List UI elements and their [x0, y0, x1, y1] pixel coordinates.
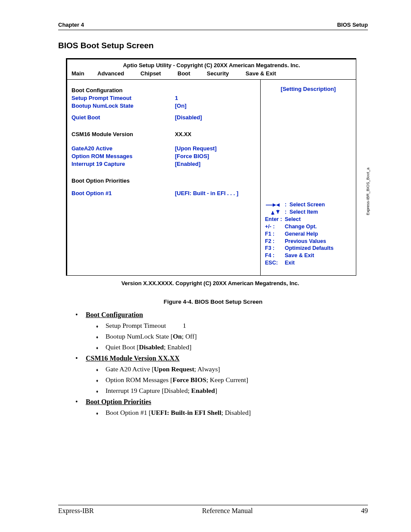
i19-label[interactable]: Interrupt 19 Capture [72, 161, 175, 167]
key-select-item: Select Item [290, 208, 318, 216]
bios-left-pane: Boot Configuration Setup Prompt Timeout1… [67, 80, 261, 275]
help-keys: : Select Screen : Select Item [265, 201, 352, 267]
tab-boot[interactable]: Boot [177, 70, 207, 77]
desc-boot-config: Boot Configuration Setup Prompt Timeout … [75, 311, 368, 351]
footer-center: Reference Manual [202, 507, 253, 515]
figure-caption: Figure 4-4. BIOS Boot Setup Screen [58, 299, 368, 305]
bios-footnote: Version X.XX.XXXX. Copyright (C) 20XX Am… [66, 280, 355, 286]
svg-marker-1 [273, 203, 276, 207]
spt-value[interactable]: 1 [175, 95, 178, 101]
key-enter: Enter : [265, 216, 285, 223]
key-f3: F3 : [265, 245, 285, 252]
bios-screenshot: Aptio Setup Utility - Copyright (C) 20XX… [66, 58, 356, 276]
bns-value[interactable]: [On] [175, 103, 187, 109]
desc-csm: CSM16 Module Version XX.XX Gate A20 Acti… [75, 355, 368, 395]
tab-main[interactable]: Main [72, 70, 97, 77]
bns-label[interactable]: Bootup NumLock State [72, 103, 175, 109]
qb-label[interactable]: Quiet Boot [72, 114, 175, 121]
tab-save-exit[interactable]: Save & Exit [246, 70, 276, 77]
qb-value[interactable]: [Disabled] [175, 114, 202, 121]
bo1-value[interactable]: [UEFI: Built - in EFI . . . ] [175, 190, 238, 196]
page-header: Chapter 4 BIOS Setup [58, 22, 368, 30]
header-right: BIOS Setup [337, 22, 368, 28]
orm-label[interactable]: Option ROM Messages [72, 153, 175, 159]
desc-qb: Quiet Boot [Disabled; Enabled] [96, 343, 368, 351]
tab-security[interactable]: Security [207, 70, 246, 77]
desc-bns: Bootup NumLock State [On; Off] [96, 333, 368, 340]
i19-value[interactable]: [Enabled] [175, 161, 200, 167]
boot-config-head: Boot Configuration [72, 87, 175, 93]
bop-head: Boot Option Priorities [72, 177, 175, 184]
bios-title: Aptio Setup Utility - Copyright (C) 20XX… [67, 59, 356, 70]
tab-chipset[interactable]: Chipset [140, 70, 177, 77]
page-footer: Express-IBR Reference Manual 49 [58, 505, 368, 515]
key-esc: ESC: [265, 259, 285, 267]
ga-label[interactable]: GateA20 Active [72, 145, 175, 152]
key-pm: +/- : [265, 223, 285, 230]
section-title: BIOS Boot Setup Screen [58, 41, 368, 50]
side-label: Express-IBR_BIOS_Boot_a [366, 168, 370, 215]
arrow-ud-icon [265, 208, 285, 216]
bo1-label[interactable]: Boot Option #1 [72, 190, 175, 196]
key-f1: F1 : [265, 230, 285, 238]
spt-label[interactable]: Setup Prompt Timeout [72, 95, 175, 101]
key-select-screen: Select Screen [290, 201, 325, 208]
footer-left: Express-IBR [58, 507, 94, 515]
orm-value[interactable]: [Force BIOS] [175, 153, 209, 159]
header-left: Chapter 4 [58, 22, 84, 28]
desc-spt: Setup Prompt Timeout 1 [96, 322, 368, 330]
csm-value: XX.XX [175, 131, 191, 137]
key-f4: F4 : [265, 252, 285, 259]
csm-label: CSM16 Module Version [72, 131, 175, 137]
description-list: Boot Configuration Setup Prompt Timeout … [58, 311, 368, 417]
footer-right: 49 [361, 507, 368, 515]
desc-i19: Interrupt 19 Capture [Disabled; Enabled] [96, 387, 368, 395]
tab-advanced[interactable]: Advanced [97, 70, 140, 77]
setting-description: [Setting Description] [265, 86, 352, 92]
svg-marker-2 [276, 203, 280, 207]
arrow-lr-icon [265, 201, 285, 208]
key-f2: F2 : [265, 238, 285, 245]
bios-tabs: Main Advanced Chipset Boot Security Save… [67, 70, 356, 79]
bios-right-pane: [Setting Description] : Select Screen [261, 80, 356, 275]
desc-bop: Boot Option Priorities Boot Option #1 [U… [75, 398, 368, 417]
desc-bo1: Boot Option #1 [UEFI: Built-in EFI Shell… [96, 409, 368, 417]
desc-orm: Option ROM Messages [Force BIOS; Keep Cu… [96, 376, 368, 384]
desc-ga: Gate A20 Active [Upon Request; Always] [96, 365, 368, 373]
ga-value[interactable]: [Upon Request] [175, 145, 217, 152]
